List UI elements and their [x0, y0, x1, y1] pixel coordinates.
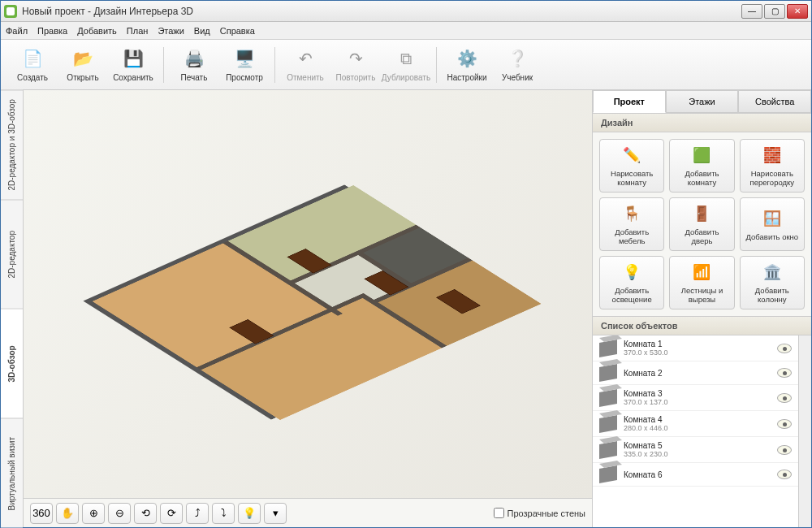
app-window: Новый проект - Дизайн Интерьера 3D — ▢ ✕…: [0, 0, 812, 528]
undo-button[interactable]: ↶ Отменить: [280, 42, 330, 88]
save-icon: 💾: [122, 47, 145, 70]
main-toolbar: 📄 Создать 📂 Открыть 💾 Сохранить 🖨️ Печат…: [1, 40, 811, 90]
draw-room-button[interactable]: ✏️Нарисовать комнату: [599, 139, 664, 193]
stairs-icon: 📶: [691, 262, 712, 283]
add-room-icon: 🟩: [691, 145, 712, 166]
chair-icon: 🪑: [621, 203, 642, 224]
view-options-button[interactable]: ▾: [264, 503, 287, 524]
object-name: Комната 3: [624, 389, 771, 398]
visibility-toggle-icon[interactable]: [777, 368, 792, 378]
print-icon: 🖨️: [183, 47, 205, 70]
app-icon: [4, 5, 17, 18]
stairs-button[interactable]: 📶Лестницы и вырезы: [669, 256, 734, 309]
object-name: Комната 4: [624, 415, 771, 424]
vtab-2d-3d[interactable]: 2D-редактор и 3D-обзор: [1, 90, 23, 200]
open-button[interactable]: 📂 Открыть: [58, 42, 108, 88]
tilt-down-button[interactable]: ⤵: [212, 503, 235, 524]
object-size: 335.0 x 230.0: [624, 450, 771, 458]
add-room-button[interactable]: 🟩Добавить комнату: [669, 139, 734, 193]
menu-help[interactable]: Справка: [220, 26, 255, 36]
side-panel: Проект Этажи Свойства Дизайн ✏️Нарисоват…: [592, 90, 811, 527]
duplicate-button[interactable]: ⧉ Дублировать: [381, 42, 431, 88]
tab-properties[interactable]: Свойства: [738, 90, 811, 113]
menu-edit[interactable]: Правка: [37, 26, 67, 36]
add-door-button[interactable]: 🚪Добавить дверь: [669, 197, 734, 251]
draw-partition-button[interactable]: 🧱Нарисовать перегородку: [740, 139, 805, 193]
add-column-button[interactable]: 🏛️Добавить колонну: [740, 256, 805, 309]
object-size: 370.0 x 137.0: [624, 398, 771, 406]
pencil-room-icon: ✏️: [621, 145, 642, 166]
add-window-button[interactable]: 🪟Добавить окно: [740, 197, 805, 251]
list-item[interactable]: Комната 5335.0 x 230.0: [593, 437, 798, 463]
monitor-icon: 🖥️: [233, 47, 256, 70]
visibility-toggle-icon[interactable]: [777, 344, 792, 353]
room-icon: [599, 389, 617, 407]
transparent-walls-input[interactable]: [494, 508, 504, 518]
zoom-out-button[interactable]: ⊖: [108, 503, 131, 524]
visibility-toggle-icon[interactable]: [777, 419, 792, 429]
window-controls: — ▢ ✕: [741, 4, 808, 19]
main-body: 2D-редактор и 3D-обзор 2D-редактор 3D-об…: [1, 90, 811, 527]
list-item[interactable]: Комната 6: [593, 463, 798, 487]
list-item[interactable]: Комната 3370.0 x 137.0: [593, 385, 798, 411]
room-icon: [599, 340, 617, 357]
tab-project[interactable]: Проект: [593, 90, 666, 113]
add-lighting-button[interactable]: 💡Добавить освещение: [599, 256, 664, 309]
visibility-toggle-icon[interactable]: [777, 393, 792, 403]
redo-button[interactable]: ↷ Повторить: [330, 42, 381, 88]
maximize-button[interactable]: ▢: [764, 4, 785, 19]
vtab-3d[interactable]: 3D-обзор: [1, 309, 23, 418]
brick-wall-icon: 🧱: [762, 145, 783, 166]
new-file-icon: 📄: [21, 47, 44, 70]
undo-icon: ↶: [294, 47, 317, 70]
canvas-area: 360 ✋ ⊕ ⊖ ⟲ ⟳ ⤴ ⤵ 💡 ▾ Прозрачные стены: [24, 90, 592, 527]
room-icon: [599, 364, 617, 382]
add-furniture-button[interactable]: 🪑Добавить мебель: [599, 197, 664, 251]
menu-file[interactable]: Файл: [6, 26, 28, 36]
folder-open-icon: 📂: [71, 47, 94, 70]
visibility-toggle-icon[interactable]: [777, 470, 792, 479]
vtab-2d[interactable]: 2D-редактор: [1, 200, 23, 309]
menu-view[interactable]: Вид: [194, 26, 210, 36]
minimize-button[interactable]: —: [741, 4, 762, 19]
pan-button[interactable]: ✋: [56, 503, 79, 524]
viewport-3d[interactable]: [24, 90, 592, 498]
tutorial-button[interactable]: ❔ Учебник: [492, 42, 542, 88]
object-scrollbar[interactable]: [798, 335, 811, 527]
redo-icon: ↷: [344, 47, 367, 70]
rotate-right-button[interactable]: ⟳: [160, 503, 183, 524]
object-name: Комната 6: [624, 470, 771, 479]
zoom-in-button[interactable]: ⊕: [82, 503, 105, 524]
door-icon: 🚪: [691, 203, 712, 224]
gear-icon: ⚙️: [456, 47, 478, 70]
list-item[interactable]: Комната 2: [593, 361, 798, 385]
room-icon: [599, 441, 617, 459]
floor-plan-3d: [83, 184, 532, 419]
list-item[interactable]: Комната 4280.0 x 446.0: [593, 411, 798, 437]
menu-plan[interactable]: План: [127, 26, 149, 36]
lighting-button[interactable]: 💡: [238, 503, 261, 524]
visibility-toggle-icon[interactable]: [777, 445, 792, 455]
rotate-360-button[interactable]: 360: [30, 503, 53, 524]
save-button[interactable]: 💾 Сохранить: [108, 42, 158, 88]
objects-wrap: Комната 1370.0 x 530.0Комната 2Комната 3…: [593, 335, 811, 527]
list-item[interactable]: Комната 1370.0 x 530.0: [593, 335, 798, 361]
rotate-left-button[interactable]: ⟲: [134, 503, 157, 524]
close-button[interactable]: ✕: [787, 4, 808, 19]
object-size: 280.0 x 446.0: [624, 424, 771, 432]
preview-button[interactable]: 🖥️ Просмотр: [219, 42, 270, 88]
tilt-up-button[interactable]: ⤴: [186, 503, 209, 524]
vertical-tabs: 2D-редактор и 3D-обзор 2D-редактор 3D-об…: [1, 90, 24, 527]
window-title: Новый проект - Дизайн Интерьера 3D: [22, 6, 741, 17]
settings-button[interactable]: ⚙️ Настройки: [442, 42, 492, 88]
transparent-walls-checkbox[interactable]: Прозрачные стены: [494, 508, 585, 518]
tab-floors[interactable]: Этажи: [666, 90, 739, 113]
print-button[interactable]: 🖨️ Печать: [169, 42, 219, 88]
separator: [436, 47, 437, 83]
object-list[interactable]: Комната 1370.0 x 530.0Комната 2Комната 3…: [593, 335, 798, 527]
create-button[interactable]: 📄 Создать: [7, 42, 58, 88]
menu-add[interactable]: Добавить: [77, 26, 117, 36]
titlebar: Новый проект - Дизайн Интерьера 3D — ▢ ✕: [1, 1, 811, 22]
vtab-virtual[interactable]: Виртуальный визит: [1, 418, 23, 528]
menu-floors[interactable]: Этажи: [158, 26, 184, 36]
